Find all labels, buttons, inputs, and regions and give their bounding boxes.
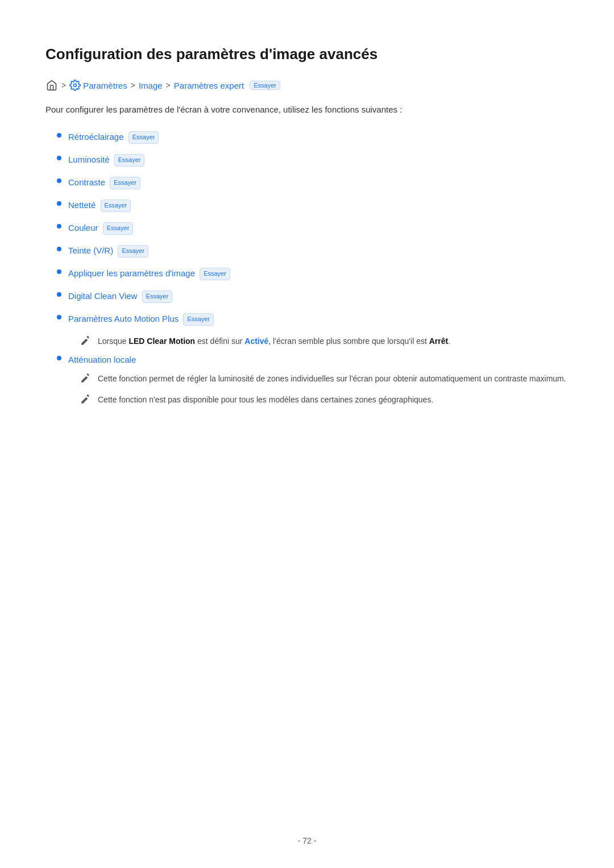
- list-item-label: Appliquer les paramètres d'image Essayer: [68, 267, 230, 280]
- badge-essayer: Essayer: [103, 222, 134, 235]
- svg-point-0: [74, 84, 77, 87]
- page-footer: - 72 -: [0, 836, 614, 845]
- bullet-dot: [57, 224, 61, 229]
- breadcrumb-separator-2: >: [131, 81, 135, 90]
- bullet-dot: [57, 292, 61, 297]
- list-item-label: Contraste Essayer: [68, 176, 140, 189]
- badge-essayer: Essayer: [101, 200, 131, 212]
- list-item-label: Paramètres Auto Motion Plus Essayer: [68, 312, 214, 326]
- badge-essayer: Essayer: [142, 290, 173, 303]
- list-item-contraste: Contraste Essayer: [45, 176, 569, 189]
- bullet-dot: [57, 315, 61, 319]
- intro-text: Pour configurer les paramètres de l'écra…: [45, 103, 569, 117]
- list-item-label: Atténuation locale: [68, 353, 136, 367]
- list-item-auto-motion-plus: Paramètres Auto Motion Plus Essayer: [45, 312, 569, 326]
- breadcrumb-item-settings: Paramètres: [69, 80, 127, 91]
- note-auto-motion-plus: Lorsque LED Clear Motion est défini sur …: [45, 335, 569, 347]
- pencil-icon-2: [80, 373, 91, 384]
- list-item-label: Couleur Essayer: [68, 221, 133, 235]
- note-attenuation-2: Cette fonction n'est pas disponible pour…: [45, 393, 569, 406]
- list-item-retroeclairage: Rétroéclairage Essayer: [45, 130, 569, 144]
- badge-essayer: Essayer: [200, 268, 230, 280]
- list-item-label: Rétroéclairage Essayer: [68, 130, 159, 144]
- breadcrumb-item-parametres-expert: Paramètres expert: [174, 81, 244, 90]
- note-led-clear-motion-key2: Activé: [244, 337, 268, 346]
- page-title: Configuration des paramètres d'image ava…: [45, 34, 569, 63]
- bullet-dot: [57, 178, 61, 183]
- list-item-luminosite: Luminosité Essayer: [45, 153, 569, 167]
- badge-essayer: Essayer: [110, 177, 140, 189]
- page-number: - 72 -: [298, 836, 317, 845]
- breadcrumb-label-parametres: Paramètres: [83, 81, 127, 90]
- list-item-label: Netteté Essayer: [68, 198, 131, 212]
- bullet-dot: [57, 269, 61, 274]
- list-item-label: Luminosité Essayer: [68, 153, 144, 167]
- pencil-icon-3: [80, 394, 91, 405]
- badge-essayer: Essayer: [128, 131, 159, 144]
- bullet-dot: [57, 133, 61, 138]
- pencil-icon: [80, 335, 91, 347]
- badge-essayer: Essayer: [114, 154, 145, 167]
- note-attenuation-text-2: Cette fonction n'est pas disponible pour…: [98, 393, 433, 406]
- note-led-clear-motion-key3: Arrêt: [429, 337, 448, 346]
- list-item-couleur: Couleur Essayer: [45, 221, 569, 235]
- bullet-dot: [57, 201, 61, 206]
- breadcrumb-separator-3: >: [166, 81, 171, 90]
- note-attenuation-1: Cette fonction permet de régler la lumin…: [45, 372, 569, 385]
- list-item-appliquer: Appliquer les paramètres d'image Essayer: [45, 267, 569, 280]
- badge-essayer: Essayer: [118, 245, 148, 258]
- bullet-dot: [57, 247, 61, 251]
- breadcrumb-separator-1: >: [61, 81, 66, 90]
- list-item-teinte: Teinte (V/R) Essayer: [45, 244, 569, 258]
- list-item-label: Digital Clean View Essayer: [68, 289, 172, 303]
- note-led-clear-motion-text: Lorsque LED Clear Motion est défini sur …: [98, 335, 450, 347]
- bullet-list: Rétroéclairage Essayer Luminosité Essaye…: [45, 130, 569, 406]
- list-item-label: Teinte (V/R) Essayer: [68, 244, 148, 258]
- breadcrumb-item-image: Image: [139, 81, 163, 90]
- note-led-clear-motion-key1: LED Clear Motion: [128, 337, 195, 346]
- list-item-digital-clean-view: Digital Clean View Essayer: [45, 289, 569, 303]
- badge-essayer: Essayer: [183, 313, 214, 326]
- note-attenuation-text-1: Cette fonction permet de régler la lumin…: [98, 372, 566, 385]
- bullet-dot: [57, 156, 61, 160]
- list-item-attenuation-locale: Atténuation locale: [45, 353, 569, 367]
- home-icon: [45, 79, 58, 92]
- breadcrumb: > Paramètres > Image > Paramètres expert…: [45, 79, 569, 92]
- list-item-nettete: Netteté Essayer: [45, 198, 569, 212]
- bullet-dot: [57, 356, 61, 360]
- breadcrumb-badge-essayer: Essayer: [250, 81, 280, 90]
